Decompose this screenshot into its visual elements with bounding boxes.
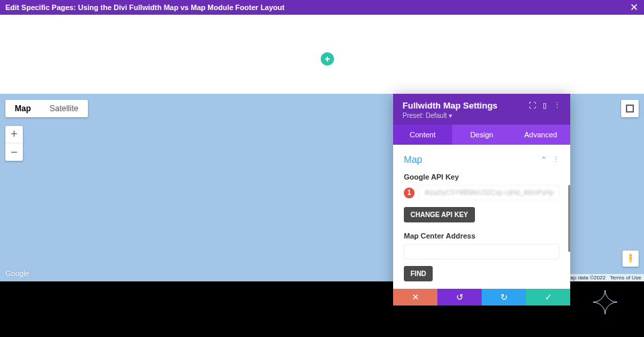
redo-button[interactable]: ↻ — [482, 289, 526, 306]
callout-badge: 1 — [404, 188, 415, 198]
modal-header-icons: ⛶ ▯ ⋮ — [529, 101, 561, 110]
modal-title: Fullwidth Map Settings — [402, 100, 498, 111]
tab-design[interactable]: Design — [452, 125, 511, 145]
svg-rect-2 — [629, 259, 630, 263]
collapse-icon[interactable]: ⌃ — [541, 155, 547, 164]
find-button[interactable]: FIND — [404, 266, 433, 281]
zoom-control: + − — [5, 126, 23, 161]
save-button[interactable]: ✓ — [526, 289, 570, 306]
fullscreen-icon — [626, 105, 634, 113]
center-address-input[interactable] — [404, 244, 559, 259]
page-title: Edit Specific Pages: Using the Divi Full… — [5, 3, 284, 11]
scrollbar[interactable] — [568, 185, 570, 252]
add-section-button[interactable]: + — [321, 52, 334, 66]
tab-content[interactable]: Content — [393, 125, 452, 145]
section-menu-icon[interactable]: ⋮ — [552, 155, 559, 164]
expand-icon[interactable]: ⛶ — [529, 101, 536, 110]
svg-point-0 — [629, 254, 632, 257]
page-title-bar: Edit Specific Pages: Using the Divi Full… — [0, 0, 644, 15]
api-key-input[interactable] — [419, 185, 559, 200]
terms-link[interactable]: Terms of Use — [610, 275, 641, 281]
modal-actions: ✕ ↺ ↻ ✓ — [393, 289, 570, 306]
cancel-button[interactable]: ✕ — [393, 289, 437, 306]
settings-modal: Fullwidth Map Settings ⛶ ▯ ⋮ Preset: Def… — [393, 94, 570, 306]
preset-selector[interactable]: Preset: Default ▾ — [402, 112, 561, 119]
map-data-text: Map data ©2022 — [566, 275, 606, 281]
zoom-in-button[interactable]: + — [5, 126, 23, 143]
responsive-icon[interactable]: ▯ — [543, 101, 547, 110]
menu-icon[interactable]: ⋮ — [553, 101, 561, 110]
undo-button[interactable]: ↺ — [437, 289, 482, 306]
section-header[interactable]: Map ⌃ ⋮ — [404, 154, 559, 165]
close-icon[interactable]: ✕ — [630, 1, 639, 13]
google-logo: Google — [5, 269, 29, 277]
modal-body: Map ⌃ ⋮ Google API Key 1 CHANGE API KEY … — [393, 145, 570, 289]
fullscreen-button[interactable] — [621, 100, 639, 117]
center-address-label: Map Center Address — [404, 232, 559, 240]
change-api-key-button[interactable]: CHANGE API KEY — [404, 207, 475, 222]
canvas-area: + — [0, 15, 644, 94]
modal-header[interactable]: Fullwidth Map Settings ⛶ ▯ ⋮ Preset: Def… — [393, 94, 570, 125]
section-title: Map — [404, 154, 422, 165]
modal-tabs: Content Design Advanced — [393, 125, 570, 145]
map-type-control: Map Satellite — [5, 100, 88, 117]
pegman-button[interactable] — [623, 251, 639, 267]
api-key-label: Google API Key — [404, 173, 559, 181]
tab-advanced[interactable]: Advanced — [511, 125, 570, 145]
map-type-map[interactable]: Map — [5, 100, 40, 117]
zoom-out-button[interactable]: − — [5, 143, 23, 161]
svg-rect-3 — [631, 259, 632, 263]
sparkle-icon — [592, 289, 619, 318]
map-type-satellite[interactable]: Satellite — [40, 100, 88, 117]
